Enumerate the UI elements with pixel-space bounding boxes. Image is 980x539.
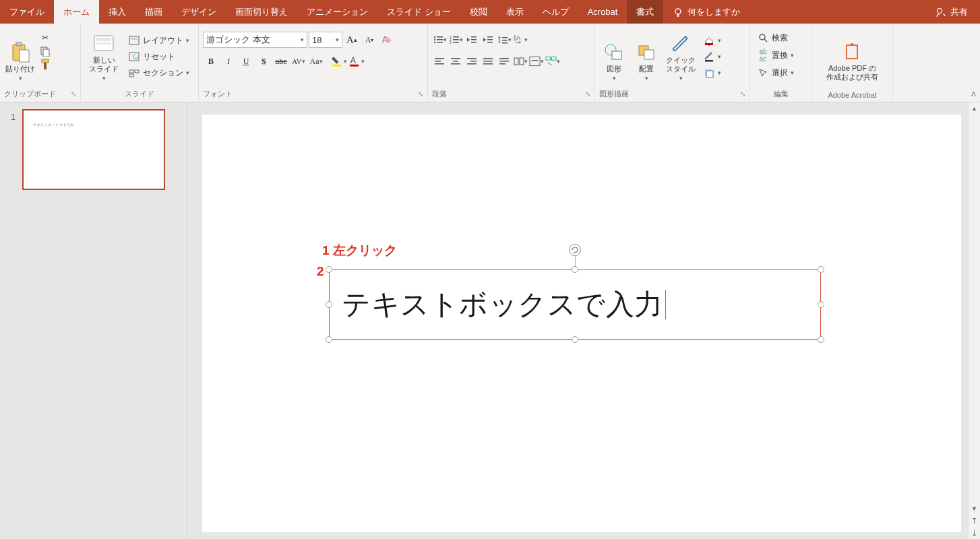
collapse-ribbon-button[interactable]: ᐱ — [971, 90, 976, 98]
format-painter-button[interactable] — [39, 59, 51, 71]
copy-button[interactable] — [39, 45, 51, 57]
scroll-down-button[interactable]: ▼ — [969, 503, 980, 515]
distribute-button[interactable] — [497, 53, 512, 69]
svg-rect-37 — [487, 36, 493, 38]
tab-format[interactable]: 書式 — [627, 0, 663, 24]
decrease-indent-button[interactable] — [464, 32, 479, 48]
bold-button[interactable]: B — [203, 53, 219, 69]
resize-handle-ml[interactable] — [326, 301, 332, 308]
line-spacing-button[interactable]: ▾ — [497, 32, 512, 48]
tab-file[interactable]: ファイル — [0, 0, 54, 24]
svg-text:A: A — [350, 56, 357, 65]
tab-acrobat[interactable]: Acrobat — [578, 0, 627, 24]
tab-view[interactable]: 表示 — [497, 0, 533, 24]
find-button[interactable]: 検索 — [754, 30, 791, 45]
svg-rect-59 — [499, 63, 506, 65]
align-right-button[interactable] — [464, 53, 479, 69]
slide-thumbnail[interactable]: テキストボックスで入力 — [22, 109, 165, 190]
section-button[interactable]: セクション▾ — [125, 65, 192, 80]
shape-fill-button[interactable]: ▾ — [700, 33, 724, 48]
create-pdf-button[interactable]: Adobe PDF の 作成および共有 — [819, 29, 886, 82]
font-size-combo[interactable]: 18▾ — [309, 32, 342, 48]
underline-button[interactable]: U — [238, 53, 254, 69]
rotation-handle[interactable] — [569, 244, 581, 256]
launcher-icon[interactable]: ⤡ — [585, 90, 590, 98]
tab-draw[interactable]: 描画 — [135, 0, 172, 24]
char-spacing-button[interactable]: AV▾ — [290, 53, 307, 69]
search-icon — [757, 32, 769, 44]
change-case-button[interactable]: Aa▾ — [308, 53, 324, 69]
prev-slide-button[interactable]: ⤒ — [969, 515, 980, 527]
font-name-combo[interactable]: 游ゴシック 本文▾ — [203, 32, 307, 48]
paste-label: 貼り付け — [5, 65, 35, 73]
tab-design[interactable]: デザイン — [172, 0, 226, 24]
tellme-search[interactable]: 何をしますか — [663, 0, 749, 24]
shape-outline-button[interactable]: ▾ — [700, 49, 724, 64]
align-text-button[interactable]: ▾ — [529, 53, 544, 69]
arrange-button[interactable]: 配置▾ — [632, 29, 661, 82]
columns-button[interactable]: ▾ — [513, 53, 528, 69]
text-direction-button[interactable]: ||A▾ — [513, 32, 528, 48]
font-color-button[interactable]: A▾ — [348, 53, 365, 69]
slide-thumbnail-panel: 1 テキストボックスで入力 — [0, 102, 187, 539]
tab-help[interactable]: ヘルプ — [533, 0, 578, 24]
quickstyle-button[interactable]: クイック スタイル▾ — [664, 29, 698, 82]
resize-handle-bl[interactable] — [326, 336, 332, 343]
tab-review[interactable]: 校閲 — [460, 0, 497, 24]
shrink-font-button[interactable]: A▾ — [361, 32, 377, 48]
smartart-button[interactable]: ▾ — [545, 53, 560, 69]
italic-button[interactable]: I — [220, 53, 237, 69]
resize-handle-tr[interactable] — [818, 266, 824, 273]
svg-rect-11 — [96, 42, 111, 44]
replace-button[interactable]: abac置換▾ — [754, 48, 797, 63]
svg-rect-15 — [129, 70, 133, 73]
launcher-icon[interactable]: ⤡ — [418, 90, 423, 98]
tab-home[interactable]: ホーム — [54, 0, 99, 24]
bullets-button[interactable]: ▾ — [432, 32, 447, 48]
lightbulb-icon — [673, 7, 683, 18]
launcher-icon[interactable]: ⤡ — [71, 90, 76, 98]
tab-animations[interactable]: アニメーション — [297, 0, 377, 24]
paste-button[interactable]: 貼り付け ▾ — [4, 29, 36, 82]
launcher-icon[interactable]: ⤡ — [740, 90, 745, 98]
resize-handle-bm[interactable] — [572, 336, 578, 343]
scroll-up-button[interactable]: ▲ — [969, 102, 980, 115]
clear-format-button[interactable]: A — [379, 32, 395, 48]
resize-handle-tl[interactable] — [326, 266, 332, 273]
svg-rect-53 — [467, 63, 477, 65]
reset-button[interactable]: リセット — [125, 49, 192, 64]
editing-title: 編集 — [774, 89, 789, 99]
svg-rect-48 — [451, 58, 460, 59]
highlight-button[interactable]: ▾ — [331, 53, 347, 69]
vertical-scrollbar[interactable]: ▲ ▼ ⤒ ⤓ — [968, 102, 980, 539]
tab-transitions[interactable]: 画面切り替え — [226, 0, 297, 24]
align-left-button[interactable] — [432, 53, 447, 69]
next-slide-button[interactable]: ⤓ — [969, 527, 980, 539]
tab-insert[interactable]: 挿入 — [99, 0, 135, 24]
strikethrough-button[interactable]: abc — [273, 53, 289, 69]
new-slide-button[interactable]: 新しい スライド ▾ — [85, 29, 123, 82]
textbox[interactable]: テキストボックスで入力 — [329, 270, 821, 340]
acrobat-title: Adobe Acrobat — [828, 91, 876, 99]
shadow-button[interactable]: S — [255, 53, 272, 69]
justify-button[interactable] — [481, 53, 495, 69]
shapes-button[interactable]: 図形▾ — [599, 29, 629, 82]
resize-handle-mr[interactable] — [818, 301, 824, 308]
grow-font-button[interactable]: A▴ — [344, 32, 360, 48]
slide-canvas[interactable]: 1 左クリック 2 テキストボックスで入力 — [202, 115, 961, 532]
select-button[interactable]: 選択▾ — [754, 65, 797, 80]
cut-button[interactable]: ✂ — [39, 32, 51, 44]
slide-number: 1 — [11, 109, 16, 190]
svg-rect-54 — [483, 58, 493, 59]
align-center-button[interactable] — [448, 53, 463, 69]
shape-effects-button[interactable]: ▾ — [700, 65, 724, 80]
resize-handle-br[interactable] — [818, 336, 824, 343]
increase-indent-button[interactable] — [481, 32, 495, 48]
numbering-button[interactable]: 123▾ — [448, 32, 463, 48]
share-button[interactable]: 共有 — [923, 0, 980, 24]
tellme-label: 何をしますか — [687, 6, 740, 18]
svg-rect-6 — [43, 49, 49, 57]
layout-button[interactable]: レイアウト▾ — [125, 33, 192, 48]
resize-handle-tm[interactable] — [572, 266, 578, 273]
tab-slideshow[interactable]: スライド ショー — [377, 0, 460, 24]
